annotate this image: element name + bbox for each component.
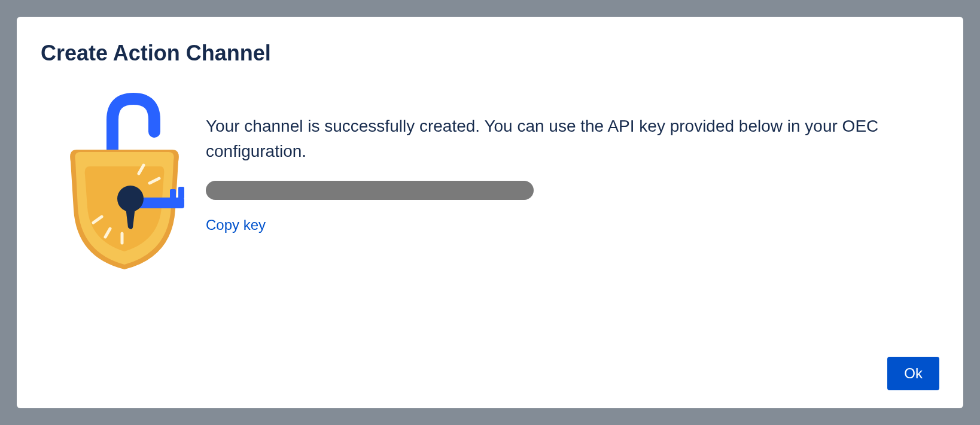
dialog-footer: Ok [41, 357, 939, 390]
create-action-channel-dialog: Create Action Channel [17, 17, 963, 408]
svg-rect-1 [170, 189, 176, 199]
copy-key-link[interactable]: Copy key [206, 217, 266, 233]
svg-rect-2 [178, 187, 184, 199]
api-key-value-redacted [206, 181, 534, 200]
ok-button[interactable]: Ok [887, 357, 939, 390]
success-message: Your channel is successfully created. Yo… [206, 114, 939, 164]
unlocked-padlock-icon [65, 90, 184, 275]
dialog-title: Create Action Channel [41, 41, 939, 66]
dialog-body: Your channel is successfully created. Yo… [41, 90, 939, 357]
dialog-content: Your channel is successfully created. Yo… [206, 90, 939, 233]
